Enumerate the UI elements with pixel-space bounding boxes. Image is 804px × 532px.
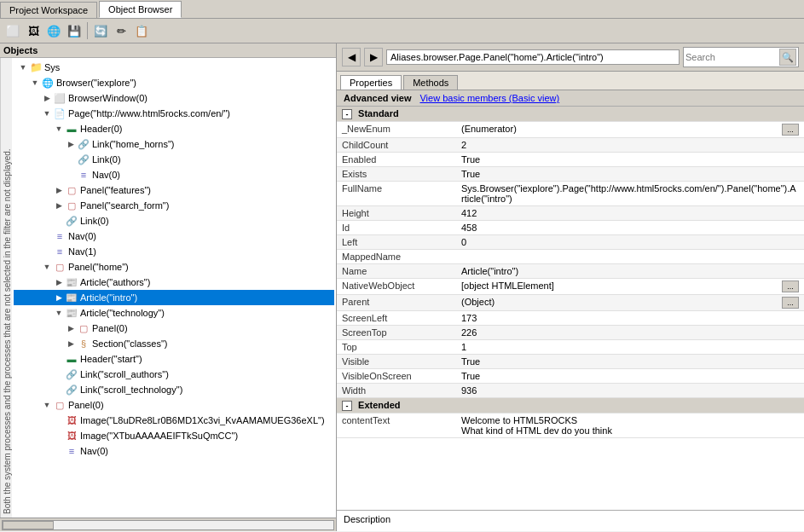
expand-toggle[interactable]: ▶: [41, 92, 53, 104]
tree-item[interactable]: 🖼Image("XTbuAAAAAEIFTkSuQmCC"): [14, 428, 334, 443]
expand-toggle[interactable]: ▼: [53, 123, 65, 135]
prop-value-cell: 0: [456, 235, 804, 250]
expand-toggle[interactable]: [53, 384, 65, 396]
nav-icon: ≡: [77, 168, 90, 182]
prop-expand-button[interactable]: ...: [782, 124, 799, 136]
property-row: Exists True: [337, 167, 804, 182]
tab-methods[interactable]: Methods: [403, 75, 458, 90]
tree-item[interactable]: ▼▢Panel(0): [14, 397, 334, 413]
horizontal-scrollbar[interactable]: [0, 518, 336, 531]
tree-item-label: Nav(0): [80, 446, 108, 456]
tree-item[interactable]: ▬Header("start"): [14, 351, 334, 367]
hscroll-thumb[interactable]: [3, 521, 54, 529]
tree-item[interactable]: ▼🌐Browser("iexplore"): [14, 75, 334, 90]
tree-item[interactable]: ▼📄Page("http://www.html5rocks.com/en/"): [14, 106, 334, 121]
tree-item[interactable]: 🖼Image("L8uDRe8Lr0B6MD1Xc3vi_KvAAMAMUEG3…: [14, 413, 334, 428]
tree-item-label: Panel("features"): [80, 185, 151, 195]
tree-item[interactable]: ≡Nav(1): [14, 244, 334, 259]
back-button[interactable]: ◀: [342, 48, 361, 66]
expand-toggle[interactable]: [53, 430, 65, 442]
tree-item-label: Panel("home"): [68, 262, 129, 272]
expand-toggle[interactable]: [65, 169, 77, 181]
toolbar-separator: [87, 22, 88, 39]
section-label-extended: Extended: [358, 400, 401, 410]
expand-toggle[interactable]: ▼: [53, 307, 65, 319]
tree-item[interactable]: ▶§Section("classes"): [14, 336, 334, 351]
tree-item[interactable]: 🔗Link("scroll_technology"): [14, 382, 334, 397]
tree-item[interactable]: ▼▬Header(0): [14, 121, 334, 136]
prop-value: (Object): [461, 297, 495, 307]
expand-toggle[interactable]: ▼: [29, 77, 41, 89]
tree-item[interactable]: ≡Nav(0): [14, 228, 334, 244]
tree-item[interactable]: 🔗Link(0): [14, 213, 334, 228]
toolbar-btn-refresh[interactable]: 🔄: [91, 21, 110, 40]
expand-toggle[interactable]: ▶: [53, 292, 65, 304]
expand-toggle[interactable]: [53, 445, 65, 457]
tree-container[interactable]: ▼📁Sys▼🌐Browser("iexplore")▶⬜BrowserWindo…: [12, 58, 336, 518]
tree-item[interactable]: ▶📰Article("intro"): [14, 290, 334, 305]
prop-value: Welcome to HTML5ROCKS What kind of HTML …: [461, 415, 612, 436]
tree-item[interactable]: ≡Nav(0): [14, 443, 334, 459]
toolbar-btn-edit[interactable]: ✏: [112, 21, 130, 40]
search-button[interactable]: 🔍: [779, 49, 796, 66]
prop-name: FullName: [337, 182, 456, 206]
section-icon: §: [77, 337, 90, 350]
tree-item[interactable]: ▶⬜BrowserWindow(0): [14, 90, 334, 106]
section-header-extended: - Extended: [337, 398, 804, 413]
expand-toggle[interactable]: [53, 215, 65, 227]
tab-properties[interactable]: Properties: [340, 75, 402, 90]
tree-item[interactable]: ▼📰Article("technology"): [14, 305, 334, 321]
expand-toggle[interactable]: ▶: [65, 138, 77, 150]
tree-item-label: Panel(0): [92, 323, 128, 333]
expand-toggle[interactable]: ▼: [41, 399, 53, 411]
expand-toggle[interactable]: ▶: [65, 338, 77, 350]
expand-toggle[interactable]: [53, 353, 65, 365]
expand-toggle[interactable]: ▶: [53, 276, 65, 288]
prop-name: Top: [337, 340, 456, 355]
section-toggle-standard[interactable]: -: [342, 109, 352, 119]
tree-item[interactable]: ≡Nav(0): [14, 167, 334, 182]
side-label: Both the system processes and the proces…: [0, 58, 12, 518]
forward-button[interactable]: ▶: [364, 48, 383, 66]
tree-item[interactable]: ▶📰Article("authors"): [14, 275, 334, 290]
tree-item[interactable]: 🔗Link(0): [14, 152, 334, 167]
page-icon: 📄: [53, 107, 67, 120]
toolbar-btn-new[interactable]: ⬜: [3, 21, 22, 40]
section-toggle-extended[interactable]: -: [342, 401, 352, 411]
expand-toggle[interactable]: ▶: [65, 322, 77, 334]
expand-toggle[interactable]: [41, 230, 53, 242]
tree-item[interactable]: ▶▢Panel(0): [14, 321, 334, 336]
prop-value-cell: (Object) ...: [456, 295, 804, 311]
tree-item[interactable]: ▶▢Panel("search_form"): [14, 198, 334, 213]
basic-view-link[interactable]: View basic members (Basic view): [419, 93, 559, 103]
prop-name: Id: [337, 221, 456, 235]
tree-item[interactable]: 🔗Link("scroll_authors"): [14, 367, 334, 382]
prop-expand-button[interactable]: ...: [782, 297, 799, 309]
tree-item[interactable]: ▼📁Sys: [14, 60, 334, 75]
toolbar-btn-web[interactable]: 🌐: [44, 21, 63, 40]
expand-toggle[interactable]: ▼: [41, 261, 53, 273]
tree-item[interactable]: ▶🔗Link("home_horns"): [14, 136, 334, 152]
expand-toggle[interactable]: [41, 246, 53, 257]
toolbar-btn-open[interactable]: 🖼: [24, 21, 43, 40]
panel-icon: ▢: [77, 321, 90, 335]
expand-toggle[interactable]: [65, 153, 77, 165]
expand-toggle[interactable]: ▶: [53, 200, 65, 211]
expand-toggle[interactable]: ▼: [41, 107, 53, 119]
tab-object-browser[interactable]: Object Browser: [99, 1, 182, 18]
expand-toggle[interactable]: ▶: [53, 184, 65, 196]
expand-toggle[interactable]: [53, 414, 65, 426]
prop-tabs-bar: Properties Methods: [337, 72, 804, 90]
img-icon: 🖼: [65, 413, 78, 427]
prop-expand-button[interactable]: ...: [782, 280, 799, 292]
tree-item[interactable]: ▶▢Panel("features"): [14, 182, 334, 198]
tab-project-workspace[interactable]: Project Workspace: [0, 2, 97, 18]
left-panel: Objects Both the system processes and th…: [0, 43, 337, 531]
tree-item-label: Article("authors"): [80, 277, 150, 287]
tree-item[interactable]: ▼▢Panel("home"): [14, 259, 334, 275]
toolbar-btn-clipboard[interactable]: 📋: [132, 21, 151, 40]
search-input[interactable]: [685, 52, 779, 62]
expand-toggle[interactable]: ▼: [17, 61, 29, 73]
expand-toggle[interactable]: [53, 368, 65, 380]
toolbar-btn-save[interactable]: 💾: [65, 21, 84, 40]
